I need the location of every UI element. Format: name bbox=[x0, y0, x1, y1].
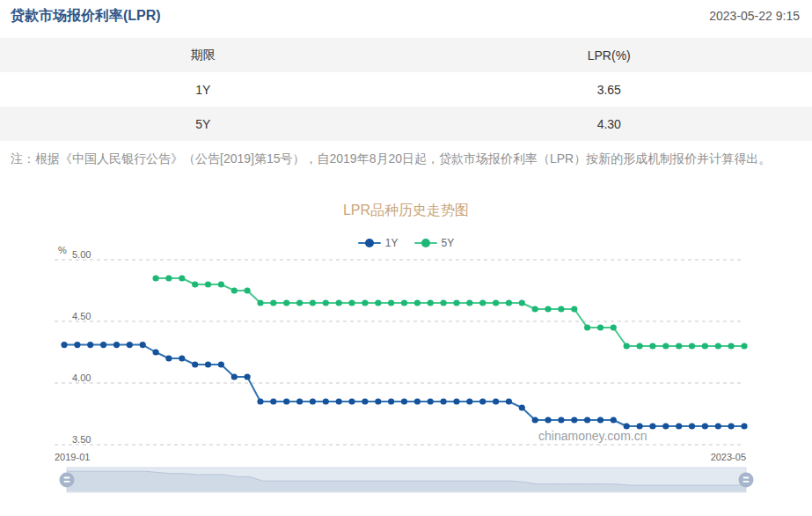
y-tick-450: 4.50 bbox=[72, 311, 91, 321]
datazoom-right-handle-icon[interactable] bbox=[739, 473, 754, 488]
x-tick-start: 2019-01 bbox=[55, 452, 90, 462]
datazoom-left-handle-icon[interactable] bbox=[60, 473, 75, 488]
x-tick-end: 2023-05 bbox=[711, 452, 746, 462]
y-tick-500: 5.00 bbox=[72, 249, 91, 260]
chart-canvas[interactable] bbox=[0, 0, 812, 516]
y-tick-400: 4.00 bbox=[72, 372, 91, 383]
chart-series bbox=[61, 275, 747, 429]
y-tick-350: 3.50 bbox=[72, 434, 91, 445]
lpr-page: 贷款市场报价利率(LPR) 2023-05-22 9:15 期限 LPR(%) … bbox=[0, 0, 812, 516]
watermark: chinamoney.com.cn bbox=[538, 429, 647, 443]
y-axis-unit: % bbox=[58, 245, 67, 255]
